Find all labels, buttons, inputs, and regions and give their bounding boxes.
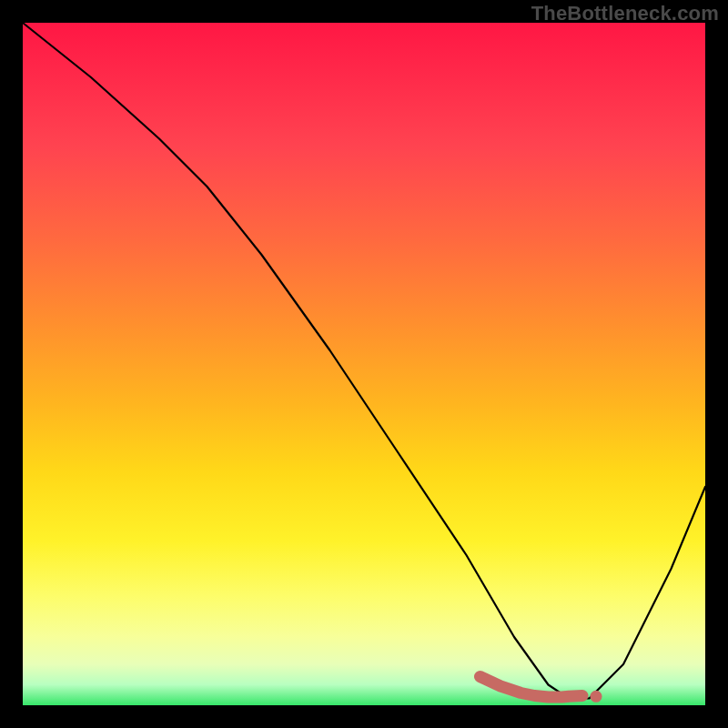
curve-svg [23, 23, 705, 705]
chart-frame: TheBottleneck.com [0, 0, 728, 728]
bottleneck-curve [23, 23, 705, 699]
optimal-point-dot [591, 691, 602, 703]
optimal-range-marker [480, 677, 583, 698]
gradient-plot-area [23, 23, 705, 705]
